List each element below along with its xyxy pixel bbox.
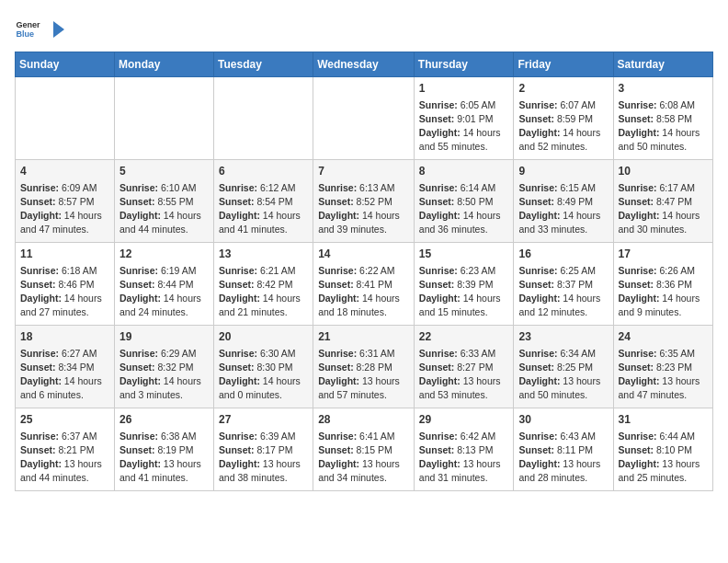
cell-content-line: Daylight: 13 hours and 38 minutes. <box>219 457 308 485</box>
cell-content-line: Sunrise: 6:21 AM <box>219 264 308 278</box>
cell-content-line: Sunrise: 6:15 AM <box>518 181 608 195</box>
col-header-sunday: Sunday <box>16 52 115 77</box>
cell-content-line: Daylight: 14 hours and 44 minutes. <box>119 209 209 236</box>
cell-content-line: Sunset: 8:10 PM <box>619 443 709 457</box>
cell-content-line: Sunrise: 6:13 AM <box>318 181 409 195</box>
cell-content-line: Sunrise: 6:30 AM <box>219 347 308 361</box>
cell-content-line: Sunrise: 6:19 AM <box>119 264 209 278</box>
logo-triangle-icon <box>46 19 66 40</box>
day-number: 20 <box>219 329 308 345</box>
svg-text:Blue: Blue <box>16 29 34 39</box>
day-number: 13 <box>219 247 308 262</box>
cell-content-line: Daylight: 14 hours and 24 minutes. <box>119 292 209 319</box>
calendar-cell: 25Sunrise: 6:37 AMSunset: 8:21 PMDayligh… <box>16 408 115 491</box>
calendar-cell: 17Sunrise: 6:26 AMSunset: 8:36 PMDayligh… <box>613 243 713 326</box>
day-number: 5 <box>119 164 209 179</box>
calendar-cell: 11Sunrise: 6:18 AMSunset: 8:46 PMDayligh… <box>16 243 115 326</box>
calendar-cell: 10Sunrise: 6:17 AMSunset: 8:47 PMDayligh… <box>613 160 713 243</box>
day-number: 26 <box>119 412 209 428</box>
col-header-friday: Friday <box>514 52 613 77</box>
day-number: 29 <box>419 412 509 428</box>
day-number: 19 <box>119 329 209 345</box>
cell-content-line: Sunset: 8:37 PM <box>518 278 608 292</box>
cell-content-line: Daylight: 14 hours and 9 minutes. <box>619 292 709 319</box>
cell-content-line: Sunset: 8:13 PM <box>419 443 509 457</box>
cell-content-line: Sunrise: 6:38 AM <box>119 430 209 443</box>
cell-content-line: Daylight: 14 hours and 52 minutes. <box>518 126 608 154</box>
cell-content-line: Daylight: 13 hours and 44 minutes. <box>20 457 109 485</box>
cell-content-line: Sunset: 8:46 PM <box>20 278 109 292</box>
calendar-cell: 6Sunrise: 6:12 AMSunset: 8:54 PMDaylight… <box>214 160 313 243</box>
calendar-week-row: 1Sunrise: 6:05 AMSunset: 9:01 PMDaylight… <box>16 77 713 160</box>
calendar-cell: 20Sunrise: 6:30 AMSunset: 8:30 PMDayligh… <box>214 326 313 408</box>
day-number: 24 <box>619 329 709 345</box>
calendar-cell: 19Sunrise: 6:29 AMSunset: 8:32 PMDayligh… <box>115 326 214 408</box>
calendar-cell: 16Sunrise: 6:25 AMSunset: 8:37 PMDayligh… <box>514 243 613 326</box>
calendar-header-row: SundayMondayTuesdayWednesdayThursdayFrid… <box>16 52 713 77</box>
cell-content-line: Daylight: 14 hours and 41 minutes. <box>219 209 308 236</box>
day-number: 18 <box>20 329 109 345</box>
cell-content-line: Sunset: 8:59 PM <box>518 112 608 126</box>
logo: General Blue <box>15 15 66 40</box>
day-number: 27 <box>219 412 308 428</box>
cell-content-line: Daylight: 13 hours and 25 minutes. <box>619 457 709 485</box>
calendar-week-row: 11Sunrise: 6:18 AMSunset: 8:46 PMDayligh… <box>16 243 713 326</box>
cell-content-line: Daylight: 14 hours and 18 minutes. <box>318 292 409 319</box>
cell-content-line: Sunset: 8:15 PM <box>318 443 409 457</box>
cell-content-line: Sunrise: 6:10 AM <box>119 181 209 195</box>
cell-content-line: Sunrise: 6:08 AM <box>619 98 709 112</box>
cell-content-line: Sunset: 8:54 PM <box>219 195 308 209</box>
calendar-cell: 1Sunrise: 6:05 AMSunset: 9:01 PMDaylight… <box>414 77 514 160</box>
calendar-week-row: 4Sunrise: 6:09 AMSunset: 8:57 PMDaylight… <box>16 160 713 243</box>
cell-content-line: Sunset: 8:27 PM <box>419 361 509 374</box>
cell-content-line: Daylight: 14 hours and 30 minutes. <box>619 209 709 236</box>
day-number: 11 <box>20 247 109 262</box>
day-number: 21 <box>318 329 409 345</box>
calendar-cell <box>16 77 115 160</box>
day-number: 2 <box>518 81 608 97</box>
calendar-cell: 13Sunrise: 6:21 AMSunset: 8:42 PMDayligh… <box>214 243 313 326</box>
calendar-cell: 15Sunrise: 6:23 AMSunset: 8:39 PMDayligh… <box>414 243 514 326</box>
svg-text:General: General <box>16 20 40 29</box>
cell-content-line: Sunrise: 6:42 AM <box>419 430 509 443</box>
cell-content-line: Daylight: 14 hours and 3 minutes. <box>119 374 209 402</box>
cell-content-line: Sunset: 8:19 PM <box>119 443 209 457</box>
calendar-cell: 2Sunrise: 6:07 AMSunset: 8:59 PMDaylight… <box>514 77 613 160</box>
cell-content-line: Sunset: 8:11 PM <box>518 443 608 457</box>
cell-content-line: Sunset: 8:55 PM <box>119 195 209 209</box>
day-number: 30 <box>518 412 608 428</box>
calendar-cell: 4Sunrise: 6:09 AMSunset: 8:57 PMDaylight… <box>16 160 115 243</box>
cell-content-line: Sunrise: 6:18 AM <box>20 264 109 278</box>
calendar-cell: 21Sunrise: 6:31 AMSunset: 8:28 PMDayligh… <box>313 326 415 408</box>
calendar-cell <box>313 77 415 160</box>
cell-content-line: Daylight: 13 hours and 41 minutes. <box>119 457 209 485</box>
cell-content-line: Daylight: 13 hours and 31 minutes. <box>419 457 509 485</box>
calendar-cell: 12Sunrise: 6:19 AMSunset: 8:44 PMDayligh… <box>115 243 214 326</box>
cell-content-line: Sunset: 8:41 PM <box>318 278 409 292</box>
day-number: 15 <box>419 247 509 262</box>
day-number: 25 <box>20 412 109 428</box>
cell-content-line: Sunrise: 6:12 AM <box>219 181 308 195</box>
day-number: 8 <box>419 164 509 179</box>
cell-content-line: Sunrise: 6:41 AM <box>318 430 409 443</box>
cell-content-line: Daylight: 13 hours and 47 minutes. <box>619 374 709 402</box>
cell-content-line: Sunrise: 6:39 AM <box>219 430 308 443</box>
cell-content-line: Daylight: 14 hours and 33 minutes. <box>518 209 608 236</box>
cell-content-line: Sunrise: 6:25 AM <box>518 264 608 278</box>
day-number: 22 <box>419 329 509 345</box>
calendar-cell: 23Sunrise: 6:34 AMSunset: 8:25 PMDayligh… <box>514 326 613 408</box>
calendar-cell: 3Sunrise: 6:08 AMSunset: 8:58 PMDaylight… <box>613 77 713 160</box>
cell-content-line: Daylight: 14 hours and 15 minutes. <box>419 292 509 319</box>
svg-marker-3 <box>53 21 64 38</box>
calendar-cell <box>214 77 313 160</box>
cell-content-line: Sunrise: 6:35 AM <box>619 347 709 361</box>
calendar-cell <box>115 77 214 160</box>
day-number: 9 <box>518 164 608 179</box>
cell-content-line: Daylight: 14 hours and 55 minutes. <box>419 126 509 154</box>
calendar-cell: 31Sunrise: 6:44 AMSunset: 8:10 PMDayligh… <box>613 408 713 491</box>
cell-content-line: Daylight: 13 hours and 34 minutes. <box>318 457 409 485</box>
cell-content-line: Sunset: 8:25 PM <box>518 361 608 374</box>
calendar-cell: 8Sunrise: 6:14 AMSunset: 8:50 PMDaylight… <box>414 160 514 243</box>
cell-content-line: Sunset: 8:50 PM <box>419 195 509 209</box>
cell-content-line: Daylight: 14 hours and 50 minutes. <box>619 126 709 154</box>
